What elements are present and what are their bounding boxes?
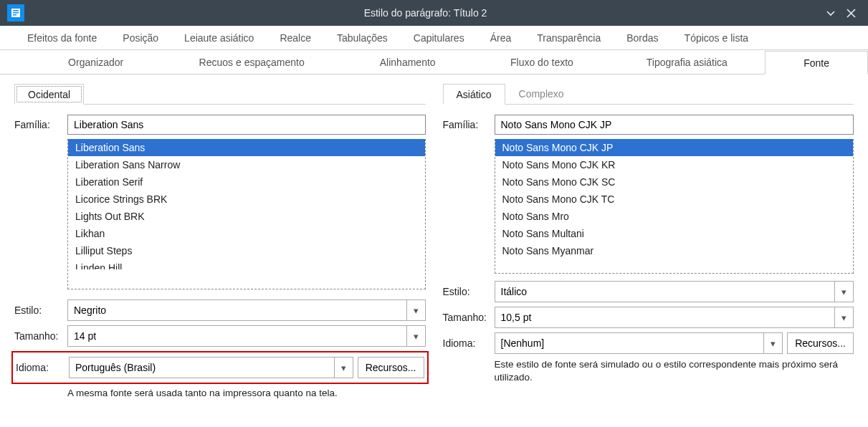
asian-lang-combo[interactable]: [Nenhum] ▾	[495, 332, 783, 354]
tab-row1-4[interactable]: Tabulações	[324, 26, 401, 49]
chevron-down-icon[interactable]: ▾	[834, 282, 853, 302]
asian-family-input[interactable]: Noto Sans Mono CJK JP	[495, 115, 854, 135]
asian-size-combo[interactable]: 10,5 pt ▾	[495, 307, 854, 328]
tab-tipografia[interactable]: Tipografia asiática	[609, 50, 766, 74]
western-features-button[interactable]: Recursos...	[358, 357, 424, 378]
asian-family-label: Família:	[443, 119, 495, 130]
highlighted-language-row: Idioma: Português (Brasil) ▾ Recursos...	[11, 351, 429, 384]
asian-family-list[interactable]: Noto Sans Mono CJK JP Noto Sans Mono CJK…	[495, 139, 854, 274]
tab-row1-9[interactable]: Tópicos e lista	[672, 26, 761, 49]
tab-row-1: Efeitos da fonte Posição Leiaute asiátic…	[0, 26, 868, 50]
list-item[interactable]: Likhan	[68, 225, 425, 242]
tab-row1-5[interactable]: Capitulares	[401, 26, 477, 49]
list-item[interactable]: Noto Sans Mono CJK JP	[495, 139, 854, 156]
western-style-combo[interactable]: Negrito ▾	[67, 299, 426, 321]
subtab-ocidental[interactable]: Ocidental	[14, 84, 84, 105]
asian-style-row: Estilo: Itálico ▾	[443, 281, 854, 302]
asian-lang-label: Idioma:	[443, 337, 495, 349]
svg-rect-2	[13, 12, 19, 14]
list-item[interactable]: Noto Sans Myanmar	[495, 242, 854, 259]
asian-column: Asiático Complexo Família: Noto Sans Mon…	[443, 83, 854, 400]
content-area: Ocidental Família: Liberation Sans Liber…	[0, 75, 868, 400]
tab-row1-7[interactable]: Transparência	[524, 26, 614, 49]
tab-alinhamento[interactable]: Alinhamento	[340, 50, 474, 74]
tab-recuos[interactable]: Recuos e espaçamento	[163, 50, 340, 74]
western-lang-combo[interactable]: Português (Brasil) ▾	[69, 357, 353, 378]
asian-features-button[interactable]: Recursos...	[787, 332, 854, 354]
list-item[interactable]: Liberation Sans Narrow	[68, 156, 425, 173]
tab-fonte[interactable]: Fonte	[765, 51, 868, 75]
tab-organizador[interactable]: Organizador	[29, 50, 163, 74]
list-item[interactable]: Noto Sans Mono CJK TC	[495, 191, 854, 208]
asian-hint: Este estilo de fonte será simulado ou o …	[495, 358, 854, 384]
western-family-row: Família: Liberation Sans	[14, 115, 426, 135]
western-lang-label: Idioma:	[16, 362, 69, 373]
tab-fluxo[interactable]: Fluxo do texto	[474, 50, 609, 74]
close-icon[interactable]	[841, 3, 861, 23]
titlebar: Estilo do parágrafo: Título 2	[0, 0, 868, 26]
list-item[interactable]: Lights Out BRK	[68, 208, 425, 225]
list-item[interactable]: Linden Hill	[68, 259, 425, 269]
tab-row-2: Organizador Recuos e espaçamento Alinham…	[0, 50, 868, 75]
list-item[interactable]: Noto Sans Mono CJK KR	[495, 156, 854, 173]
western-size-label: Tamanho:	[14, 330, 67, 342]
tab-row1-3[interactable]: Realce	[267, 26, 324, 49]
tab-row1-0[interactable]: Efeitos da fonte	[14, 26, 110, 49]
list-item[interactable]: Lilliput Steps	[68, 242, 425, 259]
western-style-row: Estilo: Negrito ▾	[14, 299, 426, 321]
tab-row1-1[interactable]: Posição	[110, 26, 171, 49]
list-item[interactable]: Noto Sans Multani	[495, 225, 854, 242]
svg-rect-3	[13, 14, 16, 16]
tab-row1-8[interactable]: Bordas	[614, 26, 671, 49]
western-family-label: Família:	[14, 119, 67, 130]
tab-row1-6[interactable]: Área	[477, 26, 525, 49]
asian-size-row: Tamanho: 10,5 pt ▾	[443, 307, 854, 328]
minimize-icon[interactable]	[821, 3, 841, 23]
tab-row1-2[interactable]: Leiaute asiático	[171, 26, 267, 49]
western-subtabs: Ocidental	[14, 83, 426, 105]
asian-subtabs: Asiático Complexo	[443, 83, 854, 105]
western-family-input[interactable]: Liberation Sans	[67, 115, 426, 135]
subtab-asiatico[interactable]: Asiático	[443, 84, 505, 105]
list-item[interactable]: Noto Sans Mono CJK SC	[495, 173, 854, 191]
asian-size-label: Tamanho:	[443, 312, 495, 323]
western-family-list[interactable]: Liberation Sans Liberation Sans Narrow L…	[67, 139, 426, 289]
svg-rect-1	[13, 10, 19, 11]
western-size-row: Tamanho: 14 pt ▾	[14, 325, 426, 347]
western-size-combo[interactable]: 14 pt ▾	[67, 325, 426, 347]
asian-style-combo[interactable]: Itálico ▾	[495, 281, 854, 302]
list-item[interactable]: Licorice Strings BRK	[68, 191, 425, 208]
asian-style-label: Estilo:	[443, 286, 495, 297]
asian-family-row: Família: Noto Sans Mono CJK JP	[443, 115, 854, 135]
western-hint: A mesma fonte será usada tanto na impres…	[67, 387, 426, 400]
asian-lang-row: Idioma: [Nenhum] ▾ Recursos...	[443, 332, 854, 354]
list-item[interactable]: Liberation Serif	[68, 173, 425, 191]
list-item[interactable]: Noto Sans Mro	[495, 208, 854, 225]
chevron-down-icon[interactable]: ▾	[406, 326, 425, 346]
western-style-label: Estilo:	[14, 304, 67, 316]
list-item[interactable]: Liberation Sans	[68, 139, 425, 156]
western-column: Ocidental Família: Liberation Sans Liber…	[14, 83, 426, 400]
chevron-down-icon[interactable]: ▾	[406, 300, 425, 320]
subtab-complexo[interactable]: Complexo	[505, 83, 578, 104]
chevron-down-icon[interactable]: ▾	[334, 358, 353, 378]
chevron-down-icon[interactable]: ▾	[763, 333, 782, 353]
window-title: Estilo do parágrafo: Título 2	[30, 7, 821, 19]
chevron-down-icon[interactable]: ▾	[834, 307, 853, 327]
app-icon	[7, 4, 24, 21]
